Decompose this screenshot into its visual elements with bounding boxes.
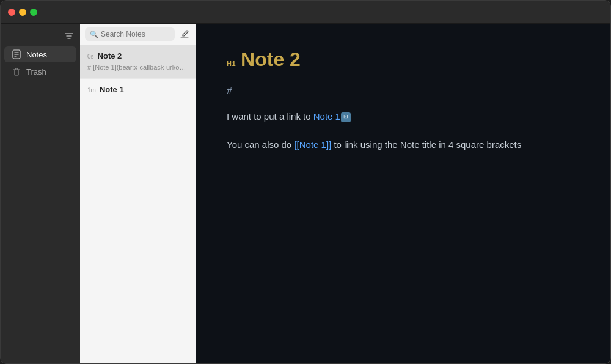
main-content: Notes Trash 🔍 — [1, 24, 610, 363]
notes-list-header: 🔍 — [80, 24, 196, 45]
note1-title: Note 1 — [100, 85, 124, 94]
note2-time: 0s — [87, 53, 94, 60]
h1-label: H1 — [227, 60, 236, 67]
note1-time: 1m — [87, 87, 96, 93]
note-item-note1[interactable]: 1m Note 1 — [80, 79, 196, 103]
titlebar — [1, 1, 610, 24]
note-item-note2[interactable]: 0s Note 2 # [Note 1](bear:x-callback-url… — [80, 45, 196, 79]
new-note-button[interactable] — [178, 28, 191, 40]
paragraph2-text-after: to link using the Note title in 4 square… — [331, 139, 521, 150]
paragraph2-text-before: You can also do — [227, 139, 294, 150]
close-button[interactable] — [8, 9, 15, 16]
editor-title: Note 2 — [241, 48, 301, 71]
search-box[interactable]: 🔍 — [85, 27, 175, 41]
app-window: Notes Trash 🔍 — [0, 0, 611, 364]
editor-paragraph-1: I want to put a link to Note 1⊡ — [227, 109, 580, 125]
sidebar: Notes Trash — [1, 24, 80, 363]
link-text: Note 1 — [313, 111, 340, 122]
editor-paragraph-2: You can also do [[Note 1]] to link using… — [227, 137, 580, 153]
traffic-lights — [1, 9, 37, 16]
editor-title-row: H1 Note 2 — [227, 48, 580, 71]
sidebar-trash-label: Trash — [26, 67, 46, 76]
note1-link[interactable]: Note 1 — [313, 111, 340, 122]
note2-title: Note 2 — [98, 51, 122, 60]
note2-header: 0s Note 2 — [87, 51, 188, 60]
search-icon: 🔍 — [90, 31, 98, 38]
sidebar-item-trash[interactable]: Trash — [4, 64, 76, 79]
sidebar-item-notes[interactable]: Notes — [4, 46, 76, 62]
filter-icon[interactable] — [64, 31, 74, 41]
note1-header: 1m Note 1 — [87, 85, 188, 94]
paragraph1-text-before: I want to put a link to — [227, 111, 313, 122]
link-icon: ⊡ — [341, 112, 351, 122]
filter-bar — [1, 29, 80, 46]
editor-hash: # — [227, 86, 580, 96]
trash-icon — [12, 67, 21, 76]
notes-list-panel: 🔍 0s Note 2 # [Note 1](bear:x-callback-u… — [80, 24, 196, 363]
minimize-button[interactable] — [19, 9, 26, 16]
search-input[interactable] — [101, 30, 170, 38]
maximize-button[interactable] — [30, 9, 37, 16]
editor-panel: H1 Note 2 # I want to put a link to Note… — [196, 24, 610, 363]
note2-preview: # [Note 1](bear:x-callback-url/open-note… — [87, 63, 188, 72]
notes-icon — [12, 49, 21, 59]
double-bracket-link[interactable]: [[Note 1]] — [294, 139, 331, 150]
sidebar-notes-label: Notes — [26, 50, 47, 59]
